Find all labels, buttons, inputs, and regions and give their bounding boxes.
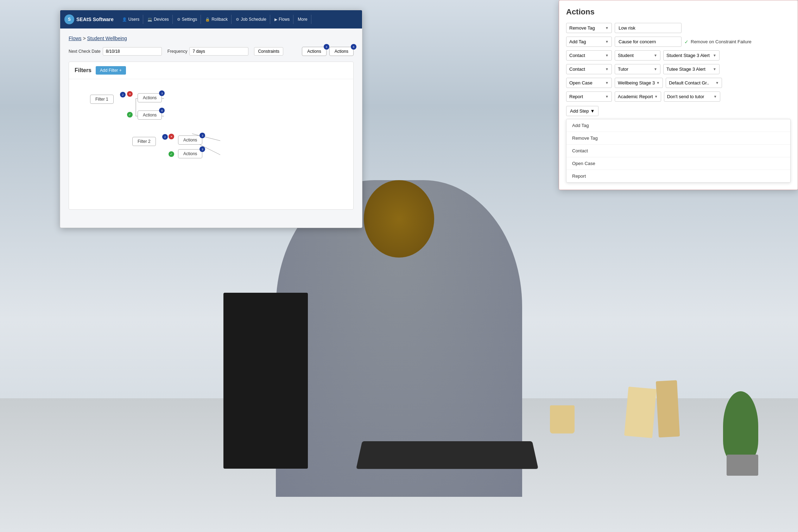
nav-devices[interactable]: 💻 Devices xyxy=(144,15,173,24)
jobschedule-icon: ⚙ xyxy=(236,17,239,22)
settings-icon: ⚙ xyxy=(177,17,180,22)
flow-canvas: Filter 1 2 ✕ Actions 3 ✓ Actions 6 xyxy=(69,79,353,209)
devices-icon: 💻 xyxy=(147,17,152,22)
add-step-label: Add Step xyxy=(570,108,589,114)
dropdown-arrow-5c: ▼ xyxy=(715,81,719,85)
dropdown-report-item[interactable]: Report xyxy=(566,170,790,182)
action-studentalert-select[interactable]: Student Stage 3 Alert ▼ xyxy=(663,50,720,61)
actions-row-4: Contact ▼ Tutor ▼ Tutee Stage 3 Alert ▼ xyxy=(566,64,791,74)
action-contact1-label: Contact xyxy=(569,53,585,58)
action-dontsendrtutor-select[interactable]: Don't send to tutor ▼ xyxy=(664,91,720,102)
filter1-green-badge: ✓ xyxy=(127,112,133,118)
add-step-row: Add Step ▼ xyxy=(566,106,791,116)
dropdown-arrow-1: ▼ xyxy=(605,26,609,30)
action-student-label: Student xyxy=(618,53,634,58)
filter2-box[interactable]: Filter 2 xyxy=(132,137,156,146)
constraints-button[interactable]: Constraints xyxy=(254,47,283,56)
dropdown-arrow-6a: ▼ xyxy=(605,95,609,99)
action-opencase-select[interactable]: Open Case ▼ xyxy=(566,78,612,88)
action-tutor-label: Tutor xyxy=(618,66,628,72)
action-defaultcontact-select[interactable]: Default Contact Gr.. ▼ xyxy=(666,78,722,88)
dropdown-arrow-3b: ▼ xyxy=(654,53,657,57)
breadcrumb-student-wellbeing[interactable]: Student Wellbeing xyxy=(87,36,127,41)
filter2-node: Filter 2 xyxy=(132,137,156,146)
filter2-badge-blue: 2 xyxy=(162,134,168,140)
filters-title: Filters xyxy=(75,67,91,74)
flow-area: Filters Add Filter + Filter 1 xyxy=(69,62,354,210)
action-addtag-label: Add Tag xyxy=(569,39,586,44)
dropdown-opencase-item[interactable]: Open Case xyxy=(566,157,790,170)
filter1-red-badge: ✕ xyxy=(127,91,133,97)
filter2-actions1-badge: 3 xyxy=(200,133,205,138)
action-academicreport-select[interactable]: Academic Report ▼ xyxy=(615,91,661,102)
action-tuteealert-select[interactable]: Tutee Stage 3 Alert ▼ xyxy=(663,64,720,74)
nav-flows[interactable]: ▶ Flows xyxy=(271,15,293,24)
nav-more[interactable]: More xyxy=(294,15,311,24)
filter2-actions2-badge: 3 xyxy=(200,146,205,152)
breadcrumb-separator: > xyxy=(83,36,87,41)
actions-row-5: Open Case ▼ Wellbeing Stage 3 ▼ Default … xyxy=(566,78,791,88)
action-report-select[interactable]: Report ▼ xyxy=(566,91,612,102)
filter1-actions2-box[interactable]: Actions xyxy=(138,110,162,120)
page-content: Flows > Student Wellbeing Next Check Dat… xyxy=(60,28,362,217)
next-check-group: Next Check Date xyxy=(69,47,162,56)
filter2-actions2-box[interactable]: Actions xyxy=(178,149,202,158)
add-step-arrow: ▼ xyxy=(590,108,595,114)
nav-bar: S SEAtS Software 👤 Users 💻 Devices ⚙ Set… xyxy=(60,10,362,28)
action-wellbeing-select[interactable]: Wellbeing Stage 3 ▼ xyxy=(615,78,663,88)
nav-users[interactable]: 👤 Users xyxy=(119,15,143,24)
nav-settings[interactable]: ⚙ Settings xyxy=(173,15,201,24)
nav-rollback-label: Rollback xyxy=(211,17,228,22)
dropdown-contact-item[interactable]: Contact xyxy=(566,145,790,157)
dropdown-arrow-3a: ▼ xyxy=(605,53,609,57)
add-step-button[interactable]: Add Step ▼ xyxy=(566,106,598,116)
top-actions-box2[interactable]: Actions xyxy=(329,47,354,56)
action-wellbeing-label: Wellbeing Stage 3 xyxy=(618,80,655,86)
filter2-actions1-node: Actions 3 xyxy=(178,135,202,145)
filter1-box[interactable]: Filter 1 xyxy=(90,95,114,104)
breadcrumb-flows[interactable]: Flows xyxy=(69,36,82,41)
action-removetag-label: Remove Tag xyxy=(569,25,595,31)
frequency-group: Frequency xyxy=(167,47,249,56)
actions-row-2: Add Tag ▼ ✓ Remove on Constraint Failure xyxy=(566,37,791,47)
action-contact2-select[interactable]: Contact ▼ xyxy=(566,64,612,74)
dropdown-arrow-4a: ▼ xyxy=(605,67,609,71)
filter2-green-badge: ✓ xyxy=(169,151,174,157)
action-studentalert-label: Student Stage 3 Alert xyxy=(666,53,710,58)
nav-more-label: More xyxy=(298,17,307,22)
filter2-actions1-box[interactable]: Actions xyxy=(178,135,202,145)
nav-rollback[interactable]: 🔒 Rollback xyxy=(202,15,232,24)
actions-row-3: Contact ▼ Student ▼ Student Stage 3 Aler… xyxy=(566,50,791,61)
action-contact2-label: Contact xyxy=(569,66,585,72)
action-student-select[interactable]: Student ▼ xyxy=(615,50,660,61)
filter2-red-badge: ✕ xyxy=(169,134,174,139)
frequency-input[interactable] xyxy=(189,47,248,56)
filter1-actions1-box[interactable]: Actions xyxy=(138,93,162,102)
action-lowrisk-input[interactable] xyxy=(615,23,682,33)
add-filter-button[interactable]: Add Filter + xyxy=(96,66,126,75)
logo: S SEAtS Software xyxy=(64,14,114,24)
dropdown-arrow-5b: ▼ xyxy=(656,81,660,85)
dropdown-removetag-item[interactable]: Remove Tag xyxy=(566,132,790,145)
logo-text: SEAtS Software xyxy=(76,17,114,22)
nav-jobschedule[interactable]: ⚙ Job Schedule xyxy=(232,15,270,24)
dropdown-arrow-2: ▼ xyxy=(605,40,609,44)
nav-flows-label: Flows xyxy=(279,17,290,22)
action-defaultcontact-label: Default Contact Gr.. xyxy=(669,80,709,86)
filter2-actions2-node: Actions 3 xyxy=(178,149,202,158)
action-select-removetag[interactable]: Remove Tag ▼ xyxy=(566,23,612,33)
top-actions-node2: Actions 6 xyxy=(329,47,354,56)
rollback-icon: 🔒 xyxy=(205,17,210,22)
top-badge-blue2: 6 xyxy=(351,44,356,50)
action-select-addtag[interactable]: Add Tag ▼ xyxy=(566,37,612,47)
app-window: S SEAtS Software 👤 Users 💻 Devices ⚙ Set… xyxy=(60,10,362,228)
top-actions-box1[interactable]: Actions xyxy=(302,47,326,56)
action-tuteealert-label: Tutee Stage 3 Alert xyxy=(666,66,705,72)
action-contact1-select[interactable]: Contact ▼ xyxy=(566,50,612,61)
action-academicreport-label: Academic Report xyxy=(618,94,653,99)
action-tutor-select[interactable]: Tutor ▼ xyxy=(615,64,660,74)
action-causefor-input[interactable] xyxy=(615,37,682,47)
filter1-actions2-node: Actions 6 xyxy=(138,110,162,120)
next-check-input[interactable] xyxy=(103,47,162,56)
dropdown-addtag-item[interactable]: Add Tag xyxy=(566,119,790,132)
